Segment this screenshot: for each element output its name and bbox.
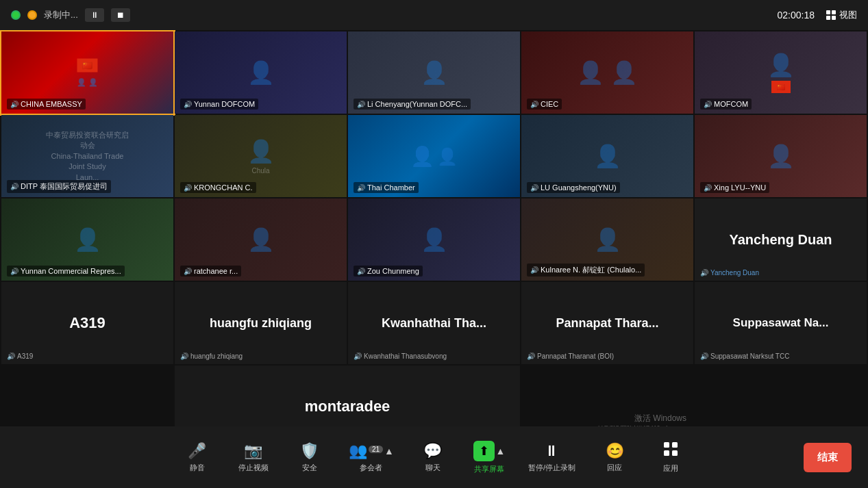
big-name-21: montaradee: [299, 398, 396, 415]
video-cell-12[interactable]: 👤 🔊 ratchanee r...: [175, 198, 347, 281]
svg-rect-0: [826, 10, 830, 14]
chat-button[interactable]: 💬 聊天: [416, 442, 450, 473]
video-cell-10[interactable]: 👤 🔊 Xing LYU--YNU: [695, 115, 867, 197]
sub-name-20: 🔊 Suppasawat Narksut TCC: [700, 352, 789, 360]
video-cell-11[interactable]: 👤 🔊 Yunnan Commercial Repres...: [1, 198, 173, 281]
stop-button[interactable]: ⏹: [111, 8, 130, 22]
participants-count-badge: 21: [369, 446, 383, 453]
big-name-18: Kwanhathai Tha...: [376, 316, 492, 331]
mute-button[interactable]: 🎤 静音: [180, 442, 214, 473]
sub-name-19: 🔊 Pannapat Tharanat (BOI): [527, 352, 614, 360]
share-screen-button[interactable]: ⬆ ▲ 共享屏幕: [472, 441, 506, 474]
cell-label-6: 🔊 DITP 泰国国际贸易促进司: [7, 180, 111, 193]
topbar: 录制中... ⏸ ⏹ 02:00:18 视图: [0, 0, 868, 30]
reaction-icon: 😊: [606, 442, 624, 460]
video-cell-13[interactable]: 👤 🔊 Zou Chunmeng: [348, 198, 520, 281]
share-screen-label: 共享屏幕: [474, 464, 504, 474]
cell-label-2: 🔊 Yunnan DOFCOM: [180, 99, 258, 110]
big-name-16: A319: [64, 314, 111, 332]
video-cell-19[interactable]: Pannapat Thara... 🔊 Pannapat Tharanat (B…: [521, 282, 693, 364]
shield-icon: 🛡️: [300, 442, 319, 460]
big-name-19: Pannapat Thara...: [550, 316, 664, 331]
security-label: 安全: [302, 463, 317, 473]
cell-label-11: 🔊 Yunnan Commercial Repres...: [7, 266, 125, 277]
security-button[interactable]: 🛡️ 安全: [293, 442, 327, 473]
cell-label-9: 🔊 LU Guangsheng(YNU): [527, 182, 620, 193]
chat-icon: 💬: [423, 442, 442, 460]
cell-label-10: 🔊 Xing LYU--YNU: [700, 182, 769, 193]
timer-display: 02:00:18: [778, 10, 815, 21]
video-cell-9[interactable]: 👤 🔊 LU Guangsheng(YNU): [521, 115, 693, 197]
status-dot-orange: [27, 10, 37, 20]
view-label: 视图: [839, 9, 857, 21]
video-cell-3[interactable]: 👤 🔊 Li Chenyang(Yunnan DOFC...: [348, 31, 520, 114]
video-cell-4[interactable]: 👤 👤 🔊 CIEC: [521, 31, 693, 114]
record-label: 暂停/停止录制: [528, 463, 575, 473]
sub-name-16: 🔊 A319: [7, 352, 33, 360]
video-cell-6[interactable]: 中泰贸易投资联合研究启动会China-Thailand Trade Joint …: [1, 115, 173, 197]
video-cell-7[interactable]: 👤 Chula 🔊 KRONGCHAN C.: [175, 115, 347, 197]
video-cell-1[interactable]: 🇨🇳 👤 👤 🔊 CHINA EMBASSY: [1, 31, 173, 114]
cell-label-4: 🔊 CIEC: [527, 99, 562, 110]
video-cell-5[interactable]: 👤 🇨🇳 🔊 MOFCOM: [695, 31, 867, 114]
chat-label: 聊天: [425, 463, 441, 473]
toolbar: 🎤 静音 📷 停止视频 🛡️ 安全 👥 21 ▲ 参会者 💬 聊天 ⬆ ▲ 共享…: [0, 426, 868, 488]
cell-label-5: 🔊 MOFCOM: [700, 99, 752, 110]
sub-name-15: 🔊 Yancheng Duan: [700, 269, 759, 277]
apps-button[interactable]: 应用: [654, 441, 688, 474]
participants-button[interactable]: 👥 21 ▲ 参会者: [349, 442, 394, 473]
video-cell-18[interactable]: Kwanhathai Tha... 🔊 Kwanhathai Thanasubv…: [348, 282, 520, 364]
video-cell-thai-chamber[interactable]: 👤 👤 🔊 Thai Chamber: [348, 115, 520, 197]
topbar-left: 录制中... ⏸ ⏹: [11, 8, 130, 22]
video-cell-2[interactable]: 👤 🔊 Yunnan DOFCOM: [175, 31, 347, 114]
apps-label: 应用: [663, 463, 678, 474]
camera-icon: 📷: [244, 442, 262, 460]
video-grid: 🇨🇳 👤 👤 🔊 CHINA EMBASSY 👤 🔊 Yunnan DOFCOM…: [0, 30, 868, 426]
cell-label-12: 🔊 ratchanee r...: [180, 266, 241, 277]
mic-icon: 🎤: [188, 442, 206, 460]
pause-button[interactable]: ⏸: [85, 8, 104, 22]
participants-label: 参会者: [360, 463, 382, 473]
cell-label-1: 🔊 CHINA EMBASSY: [7, 99, 86, 110]
status-dot-green: [11, 10, 21, 20]
svg-rect-7: [672, 450, 678, 456]
stop-video-label: 停止视频: [238, 463, 269, 473]
record-icon: ⏸: [544, 442, 559, 460]
svg-rect-1: [832, 10, 836, 14]
cell-label-8: 🔊 Thai Chamber: [354, 182, 419, 193]
video-cell-15[interactable]: Yancheng Duan 🔊 Yancheng Duan: [695, 198, 867, 281]
record-label: 录制中...: [44, 9, 78, 21]
sub-name-18: 🔊 Kwanhathai Thanasubvong: [354, 352, 447, 360]
cell-label-13: 🔊 Zou Chunmeng: [354, 266, 423, 277]
video-cell-14[interactable]: 👤 🔊 Kulnaree N. 郝锭虹 (Chulalo...: [521, 198, 693, 281]
reaction-label: 回应: [607, 463, 622, 473]
cell-label-14: 🔊 Kulnaree N. 郝锭虹 (Chulalo...: [527, 264, 645, 277]
topbar-right: 02:00:18 视图: [778, 9, 858, 21]
video-cell-17[interactable]: huangfu zhiqiang 🔊 huangfu zhiqiang: [175, 282, 347, 364]
share-screen-icon-wrapper: ⬆: [473, 441, 495, 461]
svg-rect-6: [664, 450, 669, 456]
stop-video-button[interactable]: 📷 停止视频: [236, 442, 271, 473]
participants-chevron-icon: ▲: [384, 446, 394, 457]
svg-rect-5: [672, 442, 678, 448]
mute-label: 静音: [190, 463, 205, 473]
view-button[interactable]: 视图: [826, 9, 857, 21]
apps-icon: [663, 441, 678, 461]
sub-name-17: 🔊 huangfu zhiqiang: [180, 352, 243, 360]
video-cell-16[interactable]: A319 🔊 A319: [1, 282, 173, 364]
big-name-15: Yancheng Duan: [723, 232, 837, 248]
cell-label-7: 🔊 KRONGCHAN C.: [180, 182, 256, 193]
svg-rect-2: [826, 16, 830, 20]
video-cell-20[interactable]: Suppasawat Na... 🔊 Suppasawat Narksut TC…: [695, 282, 867, 364]
record-button[interactable]: ⏸ 暂停/停止录制: [528, 442, 575, 473]
cell-label-3: 🔊 Li Chenyang(Yunnan DOFC...: [354, 99, 471, 110]
end-button[interactable]: 结束: [804, 443, 852, 472]
svg-rect-3: [832, 16, 836, 20]
big-name-17: huangfu zhiqiang: [204, 316, 317, 331]
reaction-button[interactable]: 😊 回应: [597, 442, 632, 473]
participants-icon: 👥: [349, 442, 367, 460]
svg-rect-4: [664, 442, 669, 448]
big-name-20: Suppasawat Na...: [728, 316, 834, 330]
share-chevron-icon: ▲: [496, 446, 506, 457]
